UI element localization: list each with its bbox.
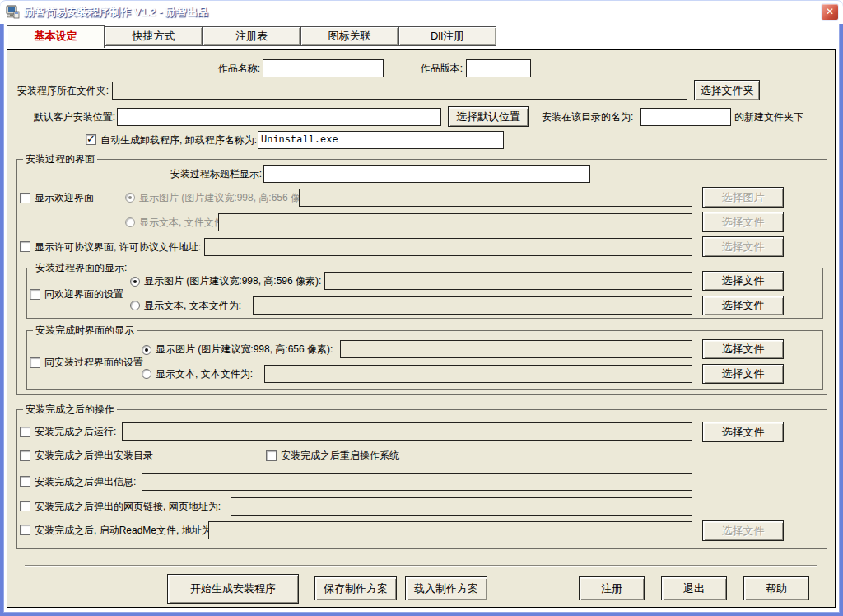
auto-uninstall-label: 自动生成卸载程序, 卸载程序名称为: (100, 131, 257, 149)
reboot-label: 安装完成之后重启操作系统 (281, 446, 399, 464)
welcome-picture-input (299, 189, 692, 207)
open-dir-label: 安装完成之后弹出安装目录 (35, 446, 153, 464)
product-name-input[interactable] (263, 59, 384, 77)
process-titlebar-label: 安装过程标题栏显示: (156, 165, 262, 183)
dir-name-input[interactable] (640, 108, 731, 126)
same-as-process-checkbox[interactable] (30, 357, 40, 368)
license-file-input (204, 238, 692, 256)
default-location-label: 默认客户安装位置: (23, 108, 115, 126)
process-text-radio[interactable] (130, 301, 140, 310)
auto-uninstall-checkbox[interactable]: ✓ (86, 134, 96, 145)
process-display-group-title: 安装过程界面的显示: (33, 261, 129, 274)
tab-basic-settings[interactable]: 基本设定 (7, 25, 105, 48)
window-title: 励智简易安装程序制作 V1.2 - 励智出品 (24, 0, 208, 24)
product-version-input[interactable] (466, 59, 531, 77)
same-as-welcome-label: 同欢迎界面的设置 (44, 285, 123, 303)
process-ui-group-title: 安装过程的界面 (23, 152, 97, 166)
dir-name-suffix-label: 的新建文件夹下 (734, 108, 803, 126)
popup-message-input (142, 473, 692, 491)
finish-display-group-title: 安装完成时界面的显示 (33, 324, 137, 337)
register-button[interactable]: 注册 (579, 576, 645, 600)
weblink-input (231, 497, 692, 516)
welcome-choose-file-button: 选择文件 (702, 212, 784, 232)
readme-choose-file-button: 选择文件 (702, 520, 784, 541)
load-plan-button[interactable]: 载入制作方案 (405, 576, 487, 600)
run-after-label: 安装完成之后运行: (35, 422, 116, 441)
check-icon: ✓ (86, 133, 95, 145)
exit-button[interactable]: 退出 (661, 576, 727, 600)
same-as-welcome-checkbox[interactable] (30, 289, 40, 300)
show-license-label: 显示许可协议界面, 许可协议文件地址: (35, 238, 201, 256)
installer-folder-label: 安装程序所在文件夹: (7, 82, 109, 100)
choose-default-location-button[interactable]: 选择默认位置 (448, 106, 529, 127)
finish-picture-choose-file-button[interactable]: 选择文件 (702, 339, 784, 359)
run-after-checkbox[interactable] (20, 427, 30, 437)
process-text-label: 显示文本, 文本文件为: (144, 296, 241, 315)
show-license-checkbox[interactable] (20, 241, 30, 252)
process-picture-input (324, 272, 692, 290)
finish-text-radio[interactable] (142, 369, 151, 379)
app-window: 励智简易安装程序制作 V1.2 - 励智出品 ✕ 基本设定 快捷方式 注册表 图… (0, 0, 843, 616)
process-titlebar-input[interactable] (263, 165, 590, 183)
readme-checkbox[interactable] (20, 525, 30, 535)
show-welcome-checkbox[interactable] (20, 193, 30, 203)
footer-separator (25, 565, 817, 567)
welcome-text-input (218, 213, 692, 231)
weblink-label: 安装完成之后弹出的网页链接, 网页地址为: (35, 497, 221, 516)
license-choose-file-button: 选择文件 (702, 236, 784, 257)
run-after-input (122, 422, 692, 441)
tab-shortcuts[interactable]: 快捷方式 (105, 26, 203, 46)
popup-message-label: 安装完成之后弹出信息: (35, 473, 136, 491)
same-as-process-label: 同安装过程界面的设置 (44, 353, 143, 371)
default-location-input[interactable] (117, 108, 441, 126)
finish-text-input (264, 365, 692, 383)
close-button[interactable]: ✕ (821, 3, 839, 21)
choose-picture-button: 选择图片 (702, 187, 784, 208)
tab-registry[interactable]: 注册表 (203, 26, 300, 46)
process-picture-choose-file-button[interactable]: 选择文件 (702, 271, 784, 291)
generate-installer-button[interactable]: 开始生成安装程序 (167, 574, 299, 604)
welcome-picture-radio (125, 193, 135, 203)
tab-icon-association[interactable]: 图标关联 (300, 26, 398, 46)
process-text-input (253, 296, 692, 315)
finish-text-choose-file-button[interactable]: 选择文件 (702, 364, 784, 384)
welcome-picture-label: 显示图片 (图片建议宽:998, 高:656 像素): (139, 189, 316, 207)
help-button[interactable]: 帮助 (743, 576, 809, 600)
uninstall-name-input[interactable] (258, 131, 504, 149)
process-text-choose-file-button[interactable]: 选择文件 (702, 296, 784, 315)
process-picture-label: 显示图片 (图片建议宽:998, 高:596 像素): (144, 272, 321, 290)
open-dir-checkbox[interactable] (20, 450, 30, 461)
after-install-group-title: 安装完成之后的操作 (23, 403, 117, 416)
save-plan-button[interactable]: 保存制作方案 (314, 576, 397, 600)
finish-text-label: 显示文本, 文本文件为: (156, 365, 253, 383)
title-bar: 励智简易安装程序制作 V1.2 - 励智出品 ✕ (0, 0, 843, 25)
reboot-checkbox[interactable] (266, 450, 277, 461)
product-version-label: 作品版本: (408, 59, 463, 77)
installer-folder-input (112, 82, 687, 100)
process-picture-radio[interactable] (130, 277, 140, 287)
weblink-checkbox[interactable] (20, 501, 30, 511)
finish-picture-input (340, 340, 692, 358)
readme-input (208, 521, 692, 539)
product-name-label: 作品名称: (201, 59, 260, 77)
app-icon (6, 5, 20, 19)
readme-label: 安装完成之后, 启动ReadMe文件, 地址为: (35, 521, 214, 539)
popup-message-checkbox[interactable] (20, 476, 30, 487)
show-welcome-label: 显示欢迎界面 (35, 189, 94, 207)
run-after-choose-file-button[interactable]: 选择文件 (702, 422, 784, 442)
choose-folder-button[interactable]: 选择文件夹 (694, 80, 760, 100)
finish-picture-label: 显示图片 (图片建议宽:998, 高:656 像素): (156, 340, 333, 358)
welcome-text-radio (125, 217, 135, 227)
tab-dll-register[interactable]: Dll注册 (398, 26, 496, 46)
dir-name-label: 安装在该目录的名为: (542, 108, 633, 126)
